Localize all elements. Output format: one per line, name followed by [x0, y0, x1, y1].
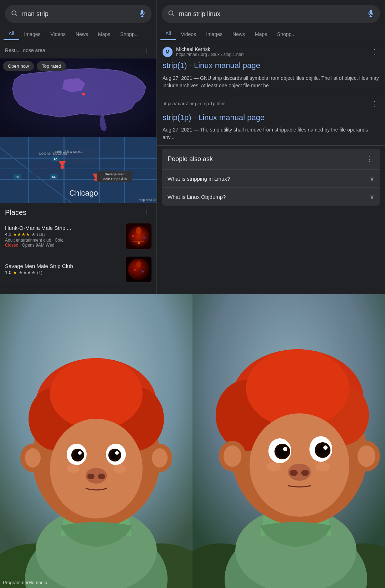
source-info-1: Michael Kerrisk https://man7.org › linux…	[176, 46, 366, 57]
paa-question-1: What is stripping in Linux?	[168, 176, 230, 182]
svg-point-78	[67, 464, 79, 473]
svg-point-45	[134, 269, 136, 271]
results-area-text: oose area	[23, 47, 45, 53]
place-thumbnail-hunk-o-mania	[126, 223, 152, 249]
mic-icon-right[interactable]	[367, 10, 374, 18]
place-thumbnail-savage-men	[126, 257, 152, 282]
rating-value-2: 1.0	[5, 270, 11, 275]
tab-videos-left[interactable]: Videos	[45, 29, 71, 40]
svg-point-0	[12, 11, 16, 15]
svg-point-37	[136, 227, 142, 234]
tab-images-left[interactable]: Images	[19, 29, 46, 40]
stars-filled-2: ★	[13, 270, 17, 275]
tab-maps-left[interactable]: Maps	[93, 29, 115, 40]
tab-images-right[interactable]: Images	[201, 29, 227, 40]
svg-text:50: 50	[16, 175, 19, 179]
svg-point-72	[87, 474, 94, 479]
svg-point-66	[78, 451, 82, 455]
meme-left: ProgrammerHumor.io	[0, 294, 192, 588]
result-1-menu[interactable]: ⋮	[370, 46, 379, 57]
place-info-savage-men: Savage Men Male Strip Club 1.0 ★★★★★ (1)	[5, 263, 122, 276]
tab-news-left[interactable]: News	[71, 29, 93, 40]
chevron-down-icon-2: ∨	[370, 193, 374, 201]
place-type: Adult entertainment club · Chic...	[5, 238, 122, 243]
source-name-1: Michael Kerrisk	[176, 46, 366, 52]
tab-all-left[interactable]: All	[4, 28, 19, 40]
open-now-button[interactable]: Open now	[3, 61, 34, 71]
places-section-header: Places ⋮	[0, 203, 156, 220]
svg-text:64: 64	[52, 175, 56, 179]
svg-point-26	[61, 165, 64, 169]
svg-point-79	[113, 464, 126, 473]
left-tabs: All Images Videos News Maps Shopp...	[0, 26, 156, 42]
svg-point-46	[142, 270, 144, 273]
tab-videos-right[interactable]: Videos	[176, 29, 201, 40]
tab-news-right[interactable]: News	[227, 29, 250, 40]
paa-item-1[interactable]: What is stripping in Linux? ∨	[162, 169, 380, 187]
result-snippet-1: Aug 27, 2021 — GNU strip discards all sy…	[157, 73, 385, 94]
svg-point-106	[358, 445, 375, 467]
places-menu-icon[interactable]: ⋮	[142, 207, 152, 218]
result-snippet-2: Aug 27, 2021 — The strip utility shall r…	[157, 125, 385, 146]
svg-point-108	[315, 462, 330, 471]
place-name-hunk-o-mania: Hunk-O-Mania Male Strip ...	[5, 225, 122, 231]
us-map[interactable]: Open now Top rated	[0, 58, 156, 137]
place-status: Closed	[5, 243, 18, 248]
svg-text:Savage Men: Savage Men	[104, 172, 124, 176]
chevron-down-icon-1: ∨	[370, 175, 374, 182]
paa-question-2: What is Linux Objdump?	[168, 194, 226, 200]
results-menu-icon[interactable]: ⋮	[142, 45, 152, 56]
place-item-savage-men[interactable]: Savage Men Male Strip Club 1.0 ★★★★★ (1)	[0, 253, 156, 286]
tab-shopping-right[interactable]: Shopp...	[272, 29, 301, 40]
right-search-input[interactable]: man strip linux	[179, 10, 364, 18]
stars-filled: ★★★★	[13, 232, 30, 237]
meme-section: ProgrammerHumor.io	[0, 294, 385, 588]
svg-point-102	[301, 470, 309, 476]
svg-point-47	[169, 11, 173, 15]
svg-point-5	[82, 93, 85, 96]
places-title: Places	[5, 208, 26, 217]
svg-point-70	[115, 451, 119, 455]
result-2-menu[interactable]: ⋮	[370, 98, 379, 109]
results-label: Resu...	[5, 47, 21, 53]
result-title-1[interactable]: strip(1) - Linux manual page	[157, 59, 385, 73]
result-1-source: M Michael Kerrisk https://man7.org › lin…	[157, 42, 385, 59]
svg-line-48	[173, 15, 174, 16]
place-name-savage-men: Savage Men Male Strip Club	[5, 263, 122, 269]
svg-point-107	[267, 462, 281, 471]
left-search-input[interactable]: man strip	[22, 10, 135, 18]
left-search-panel: man strip All Images Videos News Maps Sh…	[0, 0, 157, 294]
svg-point-101	[290, 470, 298, 476]
place-rating-savage-men: 1.0 ★★★★★ (1)	[5, 270, 122, 275]
people-also-ask-section: People also ask ⋮ What is stripping in L…	[162, 149, 380, 206]
right-search-panel: man strip linux All Videos Images News M…	[157, 0, 385, 294]
place-info-hunk-o-mania: Hunk-O-Mania Male Strip ... 4.1 ★★★★★ (1…	[5, 225, 122, 248]
left-search-bar[interactable]: man strip	[5, 5, 152, 23]
tab-shopping-left[interactable]: Shopp...	[115, 29, 144, 40]
svg-text:Male Strip Club: Male Strip Club	[102, 177, 127, 181]
place-rating-hunk-o-mania: 4.1 ★★★★★ (19)	[5, 232, 122, 237]
place-status-hours: Closed · Opens 9AM Wed	[5, 243, 122, 248]
paa-menu-icon[interactable]: ⋮	[365, 154, 374, 164]
mic-icon[interactable]	[139, 10, 146, 18]
paa-title: People also ask	[168, 155, 213, 163]
stars-empty-2: ★★★★	[19, 270, 36, 275]
paa-item-2[interactable]: What is Linux Objdump? ∨	[162, 187, 380, 206]
svg-point-40	[143, 237, 145, 239]
chicago-map[interactable]: 90 50 64 LOGAN SQUARE Strip Club & Male.…	[0, 137, 156, 203]
place-item-hunk-o-mania[interactable]: Hunk-O-Mania Male Strip ... 4.1 ★★★★★ (1…	[0, 220, 156, 253]
result-title-2[interactable]: strip(1p) - Linux manual page	[157, 111, 385, 125]
review-count-2: (1)	[37, 270, 42, 275]
svg-point-41	[138, 242, 140, 244]
result-url-2: https://man7.org › strip.1p.html	[163, 101, 225, 106]
meme-right	[192, 294, 385, 588]
tab-all-right[interactable]: All	[160, 28, 176, 40]
right-search-bar[interactable]: man strip linux	[162, 5, 380, 23]
top-rated-button[interactable]: Top rated	[37, 61, 66, 71]
svg-point-75	[25, 448, 41, 468]
search-icon-right	[168, 10, 175, 18]
svg-point-99	[323, 445, 328, 450]
tab-maps-right[interactable]: Maps	[250, 29, 272, 40]
svg-point-44	[136, 261, 141, 268]
search-icon	[11, 10, 18, 18]
